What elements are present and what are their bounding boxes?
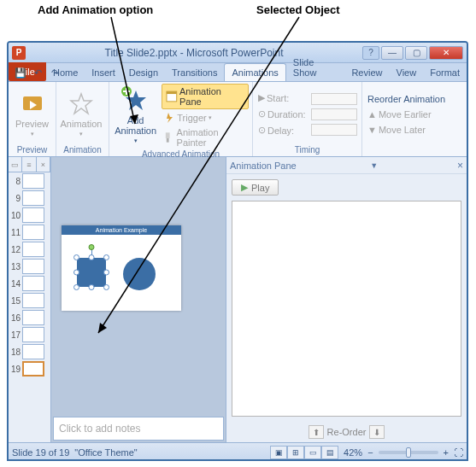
group-animation-label: Animation	[60, 144, 105, 155]
redo-icon[interactable]: ↷	[48, 66, 62, 79]
move-earlier-button[interactable]: ▲ Move Earlier	[366, 108, 447, 120]
sorter-view-button[interactable]: ⊞	[287, 446, 304, 459]
trigger-icon	[163, 112, 175, 124]
app-window: P Title Slide2.pptx - Microsoft PowerPoi…	[7, 41, 468, 461]
resize-handle[interactable]	[103, 284, 109, 290]
slide-thumbnail-9[interactable]: 9	[9, 190, 50, 207]
slide-thumbnail-11[interactable]: 11	[9, 224, 50, 241]
zoom-slider[interactable]	[379, 451, 438, 454]
plus-green-icon	[120, 85, 132, 97]
normal-view-button[interactable]: ▣	[270, 446, 287, 459]
slide-thumbnail-10[interactable]: 10	[9, 207, 50, 224]
timing-duration[interactable]: ⊙ Duration:	[256, 108, 308, 120]
tab-slideshow[interactable]: Slide Show	[286, 54, 345, 81]
maximize-button[interactable]: ▢	[405, 46, 427, 60]
preview-button[interactable]: Preview▾	[12, 87, 52, 142]
status-bar: Slide 19 of 19 "Office Theme" ▣ ⊞ ▭ ▤ 42…	[9, 442, 467, 461]
quick-access-toolbar: 💾 ↶ ↷	[10, 64, 65, 81]
tab-view[interactable]: View	[390, 64, 424, 81]
rotation-handle[interactable]	[89, 244, 95, 250]
slide-thumbnail-17[interactable]: 17	[9, 326, 50, 343]
resize-handle[interactable]	[73, 254, 79, 260]
status-theme: "Office Theme"	[74, 447, 137, 458]
undo-icon[interactable]: ↶	[31, 66, 44, 79]
preview-icon	[20, 91, 45, 117]
slide-canvas[interactable]: Animation Example	[62, 225, 181, 311]
annotation-selected-object: Selected Object	[256, 3, 340, 16]
minimize-button[interactable]: —	[381, 46, 403, 60]
view-buttons: ▣ ⊞ ▭ ▤	[270, 446, 338, 459]
annotation-add-animation: Add Animation option	[38, 3, 153, 16]
pane-close-icon[interactable]: ×	[457, 160, 463, 172]
resize-handle[interactable]	[89, 254, 95, 260]
circle-shape[interactable]	[123, 258, 156, 290]
move-later-button[interactable]: ▼ Move Later	[366, 124, 447, 136]
resize-handle[interactable]	[103, 254, 109, 260]
delay-field[interactable]	[311, 124, 357, 136]
slide-thumbnail-16[interactable]: 16	[9, 309, 50, 326]
reorder-down-button[interactable]: ⬇	[369, 425, 385, 439]
reorder-up-button[interactable]: ⬆	[309, 425, 324, 439]
save-icon[interactable]: 💾	[14, 66, 27, 79]
resize-handle[interactable]	[103, 270, 109, 276]
slide-thumbnail-15[interactable]: 15	[9, 292, 50, 309]
animation-gallery[interactable]: Animation▾	[60, 87, 103, 142]
start-field[interactable]	[311, 93, 357, 105]
ribbon: Preview▾ Preview Animation▾ Animation	[9, 82, 467, 157]
tab-transitions[interactable]: Transitions	[165, 64, 224, 81]
play-button[interactable]: ▶ Play	[232, 179, 279, 196]
notes-pane[interactable]: Click to add notes	[53, 417, 224, 441]
slides-tab[interactable]: ▭	[9, 157, 22, 172]
outline-tab[interactable]: ≡	[22, 157, 36, 172]
svg-rect-11	[166, 132, 170, 138]
animation-none-icon	[68, 91, 94, 117]
timing-start[interactable]: ▶ Start:	[256, 91, 308, 104]
resize-handle[interactable]	[89, 284, 95, 290]
svg-rect-10	[167, 91, 177, 94]
slide-thumbnail-panel: ▭ ≡ × 8910111213141516171819	[9, 157, 51, 442]
slide-title-bar: Animation Example	[62, 225, 181, 235]
animation-painter-button[interactable]: Animation Painter	[162, 126, 249, 149]
selected-rounded-square-shape[interactable]	[77, 258, 106, 287]
thumbnail-close[interactable]: ×	[37, 157, 50, 172]
tab-animations[interactable]: Animations	[224, 63, 285, 81]
slideshow-view-button[interactable]: ▤	[321, 446, 338, 459]
reorder-label: Reorder Animation	[366, 93, 447, 105]
help-button[interactable]: ?	[362, 46, 379, 60]
tab-insert[interactable]: Insert	[85, 64, 122, 81]
slide-thumbnail-18[interactable]: 18	[9, 343, 50, 360]
slide-thumbnail-14[interactable]: 14	[9, 275, 50, 292]
slide-thumbnail-13[interactable]: 13	[9, 258, 50, 275]
slide-thumbnail-8[interactable]: 8	[9, 172, 50, 190]
zoom-in-button[interactable]: +	[444, 447, 449, 458]
group-preview-label: Preview	[12, 144, 52, 155]
animation-pane-title: Animation Pane	[230, 161, 297, 171]
trigger-button[interactable]: Trigger ▾	[162, 111, 249, 125]
reorder-label: Re-Order	[327, 427, 367, 437]
zoom-level: 42%	[344, 447, 362, 458]
slide-thumbnail-12[interactable]: 12	[9, 241, 50, 258]
work-area: ▭ ≡ × 8910111213141516171819 Animation E…	[9, 157, 467, 442]
svg-rect-12	[167, 138, 169, 143]
animation-pane-button[interactable]: Animation Pane	[162, 84, 249, 109]
pane-dropdown-icon[interactable]: ▼	[370, 161, 378, 170]
resize-handle[interactable]	[73, 284, 79, 290]
resize-handle[interactable]	[73, 270, 79, 276]
add-animation-button[interactable]: Add Animation▾	[113, 89, 158, 143]
animation-pane: Animation Pane ▼ × ▶ Play ⬆ Re-Order ⬇	[226, 157, 467, 442]
zoom-thumb[interactable]	[406, 447, 411, 458]
zoom-out-button[interactable]: −	[367, 447, 373, 458]
svg-marker-6	[71, 94, 91, 114]
tab-review[interactable]: Review	[344, 64, 389, 81]
app-icon: P	[12, 46, 26, 60]
tab-format[interactable]: Format	[423, 64, 467, 81]
group-timing-label: Timing	[256, 144, 358, 155]
tab-design[interactable]: Design	[122, 64, 165, 81]
timing-delay[interactable]: ⊙ Delay:	[256, 124, 308, 137]
fit-to-window-button[interactable]: ⛶	[454, 447, 463, 458]
close-button[interactable]: ✕	[429, 46, 463, 60]
animation-list[interactable]	[232, 201, 461, 417]
duration-field[interactable]	[311, 108, 357, 120]
slide-thumbnail-19[interactable]: 19	[9, 360, 50, 377]
reading-view-button[interactable]: ▭	[304, 446, 321, 459]
